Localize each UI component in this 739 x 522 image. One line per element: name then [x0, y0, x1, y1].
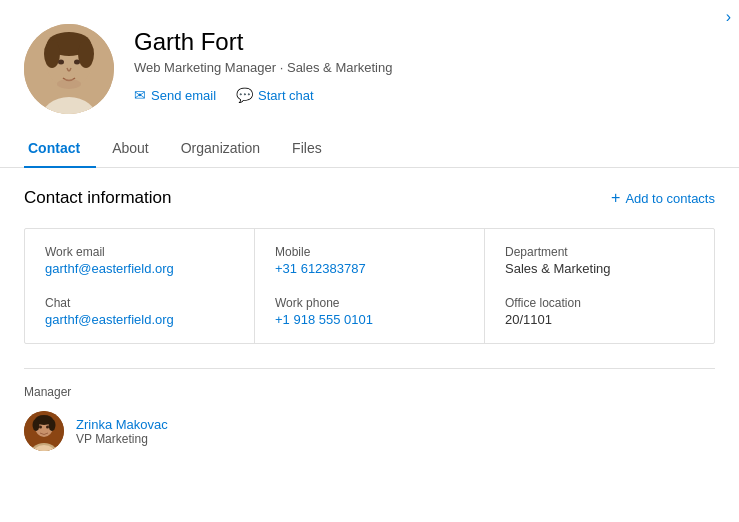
profile-header: Garth Fort Web Marketing Manager · Sales…	[0, 0, 739, 130]
mobile-value[interactable]: +31 612383787	[275, 261, 464, 276]
header-actions: ✉ Send email 💬 Start chat	[134, 87, 715, 103]
plus-icon: +	[611, 189, 620, 207]
work-phone-field: Work phone +1 918 555 0101	[275, 296, 464, 327]
person-name: Garth Fort	[134, 28, 715, 56]
svg-point-18	[46, 426, 49, 429]
chat-label: Chat	[45, 296, 234, 310]
department-field: Department Sales & Marketing	[505, 245, 694, 276]
manager-role: VP Marketing	[76, 432, 168, 446]
work-phone-value[interactable]: +1 918 555 0101	[275, 312, 464, 327]
svg-point-7	[58, 60, 64, 65]
svg-point-13	[33, 419, 40, 431]
svg-point-8	[74, 60, 80, 65]
work-email-value[interactable]: garthf@easterfield.org	[45, 261, 234, 276]
office-location-value: 20/1101	[505, 312, 694, 327]
header-info: Garth Fort Web Marketing Manager · Sales…	[134, 24, 715, 103]
section-header: Contact information + Add to contacts	[24, 188, 715, 208]
send-email-link[interactable]: ✉ Send email	[134, 87, 216, 103]
contact-col-org: Department Sales & Marketing Office loca…	[485, 229, 714, 343]
section-title: Contact information	[24, 188, 171, 208]
chat-icon: 💬	[236, 87, 253, 103]
contact-col-phone: Mobile +31 612383787 Work phone +1 918 5…	[255, 229, 485, 343]
svg-point-14	[49, 419, 56, 431]
add-to-contacts-button[interactable]: + Add to contacts	[611, 189, 715, 207]
office-location-field: Office location 20/1101	[505, 296, 694, 327]
mobile-field: Mobile +31 612383787	[275, 245, 464, 276]
contact-col-email: Work email garthf@easterfield.org Chat g…	[25, 229, 255, 343]
department-label: Department	[505, 245, 694, 259]
department-value: Sales & Marketing	[505, 261, 694, 276]
work-email-field: Work email garthf@easterfield.org	[45, 245, 234, 276]
svg-point-6	[78, 40, 94, 68]
manager-section: Manager	[24, 385, 715, 467]
section-divider	[24, 368, 715, 369]
manager-card: Zrinka Makovac VP Marketing	[24, 411, 715, 451]
avatar	[24, 24, 114, 114]
add-contacts-label: Add to contacts	[625, 191, 715, 206]
manager-name[interactable]: Zrinka Makovac	[76, 417, 168, 432]
person-title: Web Marketing Manager · Sales & Marketin…	[134, 60, 715, 75]
svg-point-5	[44, 40, 60, 68]
send-email-label: Send email	[151, 88, 216, 103]
office-location-label: Office location	[505, 296, 694, 310]
start-chat-label: Start chat	[258, 88, 314, 103]
chat-value[interactable]: garthf@easterfield.org	[45, 312, 234, 327]
email-icon: ✉	[134, 87, 146, 103]
manager-label: Manager	[24, 385, 715, 399]
chat-field: Chat garthf@easterfield.org	[45, 296, 234, 327]
tab-files[interactable]: Files	[276, 130, 338, 168]
tab-contact[interactable]: Contact	[24, 130, 96, 168]
main-content: Contact information + Add to contacts Wo…	[0, 168, 739, 487]
manager-avatar	[24, 411, 64, 451]
manager-info: Zrinka Makovac VP Marketing	[76, 417, 168, 446]
svg-point-9	[57, 79, 81, 89]
work-phone-label: Work phone	[275, 296, 464, 310]
svg-point-17	[39, 426, 42, 429]
tab-about[interactable]: About	[96, 130, 165, 168]
work-email-label: Work email	[45, 245, 234, 259]
tab-bar: Contact About Organization Files	[0, 130, 739, 168]
start-chat-link[interactable]: 💬 Start chat	[236, 87, 314, 103]
tab-organization[interactable]: Organization	[165, 130, 276, 168]
contact-info-grid: Work email garthf@easterfield.org Chat g…	[24, 228, 715, 344]
mobile-label: Mobile	[275, 245, 464, 259]
